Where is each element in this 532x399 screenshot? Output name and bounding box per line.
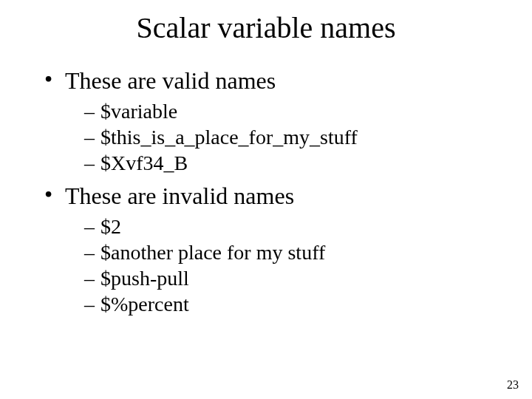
list-item: $another place for my stuff — [84, 240, 502, 265]
list-item: $%percent — [84, 292, 502, 316]
list-item-text: $another place for my stuff — [100, 241, 325, 264]
list-item-text: These are valid names — [65, 67, 276, 94]
list-item-text: $push-pull — [100, 267, 189, 290]
list-item: $variable — [84, 99, 502, 123]
list-item-text: These are invalid names — [65, 183, 294, 209]
slide-title: Scalar variable names — [0, 0, 532, 52]
list-item-text: $2 — [100, 215, 121, 238]
list-item-text: $this_is_a_place_for_my_stuff — [100, 126, 358, 149]
list-item: These are valid names $variable $this_is… — [44, 67, 502, 175]
list-item: $Xvf34_B — [84, 151, 502, 175]
slide-content: These are valid names $variable $this_is… — [0, 52, 532, 316]
slide: Scalar variable names These are valid na… — [0, 0, 532, 399]
page-number: 23 — [507, 378, 519, 392]
list-item-text: $Xvf34_B — [100, 151, 188, 174]
list-item: $push-pull — [84, 266, 502, 290]
bullet-list-level2: $2 $another place for my stuff $push-pul… — [65, 214, 502, 316]
list-item-text: $%percent — [100, 293, 189, 316]
list-item: These are invalid names $2 $another plac… — [44, 183, 502, 316]
list-item: $2 — [84, 214, 502, 239]
list-item: $this_is_a_place_for_my_stuff — [84, 125, 502, 149]
list-item-text: $variable — [100, 100, 177, 123]
bullet-list-level2: $variable $this_is_a_place_for_my_stuff … — [65, 99, 502, 175]
bullet-list-level1: These are valid names $variable $this_is… — [44, 67, 502, 316]
